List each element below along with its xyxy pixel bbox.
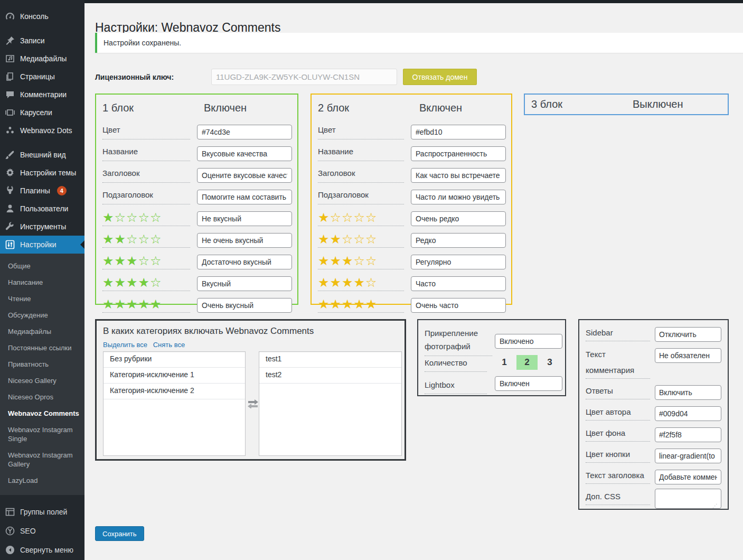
header-text-input[interactable] [655,470,721,484]
submenu-item-webnavoz-comments[interactable]: Webnavoz Comments [0,405,84,422]
custom-css-label: Доп. CSS [586,489,650,505]
rating-label-input[interactable] [411,233,506,248]
block-status-toggle[interactable]: Включен [204,102,247,114]
field-label: Цвет [318,126,404,139]
title-input[interactable] [411,168,506,183]
selected-categories-list: test1 test2 [259,351,402,456]
photo-count-option-2[interactable]: 2 [516,355,538,370]
sidebar-item-field-groups[interactable]: Группы полей [0,502,84,521]
sidebar-item-tools[interactable]: Инструменты [0,218,84,236]
block-title: 2 блок [318,102,419,114]
rating-label-input[interactable] [197,298,292,313]
title-input[interactable] [197,168,292,183]
media-icon [5,53,15,64]
display-settings-panel: Sidebar Текст комментария Ответы Цвет ав… [578,319,729,510]
background-color-label: Цвет фона [586,425,650,442]
submenu-item-writing[interactable]: Написание [0,274,84,291]
submenu-item-general[interactable]: Общие [0,258,84,274]
submenu-item-reading[interactable]: Чтение [0,291,84,307]
sidebar-item-appearance[interactable]: Внешний вид [0,146,84,164]
license-key-label: Лицензионный ключ: [95,73,174,81]
rating-label-input[interactable] [197,276,292,291]
category-item[interactable]: Категория-исключение 1 [104,368,245,384]
photo-count-option-1[interactable]: 1 [497,355,511,370]
field-label: Заголовок [318,169,404,183]
submenu-item-niceseo-gallery[interactable]: Niceseo Gallery [0,372,84,389]
sidebar-setting-select[interactable] [655,327,721,342]
rating-label-input[interactable] [411,276,506,291]
submenu-item-discussion[interactable]: Обсуждение [0,307,84,323]
name-input[interactable] [197,146,292,161]
star-rating-4: ★★★★☆ [102,276,190,291]
notice-text: Настройки сохранены. [97,33,743,53]
submenu-item-webnavoz-instagram-gallery[interactable]: Webnavoz Instagram Gallery [0,447,84,472]
main-content: Настройки: Webnavoz Comments Настройки с… [84,0,743,560]
carousel-icon [5,107,15,118]
lightbox-select[interactable]: Включен [495,376,562,391]
submenu-item-webnavoz-instagram-single[interactable]: Webnavoz Instagram Single [0,422,84,447]
subtitle-input[interactable] [197,190,292,204]
rating-label-input[interactable] [197,255,292,269]
color-input[interactable] [411,125,506,139]
sidebar-setting-label: Sidebar [586,325,650,341]
photo-count-label: Количество [425,357,487,372]
star-rating-4: ★★★★☆ [318,276,404,291]
clear-all-link[interactable]: Снять все [153,341,185,349]
rating-label-input[interactable] [411,211,506,226]
sidebar-item-seo[interactable]: SEO [0,521,84,540]
block-status-toggle[interactable]: Включен [419,102,462,114]
block-title: 1 блок [102,102,204,114]
subtitle-input[interactable] [411,190,506,204]
field-label: Название [102,147,190,161]
sidebar-item-users[interactable]: Пользователи [0,200,84,218]
photo-attach-select[interactable]: Включено [495,334,562,349]
photo-count-option-3[interactable]: 3 [543,355,557,370]
sidebar-item-pages[interactable]: Страницы [0,68,84,86]
category-item[interactable]: Без рубрики [104,352,245,368]
save-button[interactable]: Сохранить [95,526,144,541]
block-title: 3 блок [531,98,633,110]
sidebar-item-dashboard[interactable]: Консоль [0,7,84,25]
rating-block-3: 3 блок Выключен [524,94,729,115]
comment-text-select[interactable] [655,348,721,363]
replies-select[interactable] [655,385,721,400]
star-rating-5: ★★★★★ [102,297,190,313]
star-rating-3: ★★★☆☆ [102,254,190,269]
sidebar-item-plugins[interactable]: Плагины 4 [0,182,84,200]
color-input[interactable] [197,125,292,139]
star-rating-1: ★☆☆☆☆ [318,211,404,226]
license-key-input[interactable] [211,69,397,85]
sidebar-item-theme-settings[interactable]: Настройки темы [0,164,84,182]
category-item[interactable]: test1 [259,352,401,368]
sidebar-item-settings[interactable]: Настройки [0,236,84,254]
sidebar-footer-menu: Группы полей SEO Свернуть меню [0,502,84,559]
rating-label-input[interactable] [411,298,506,313]
sidebar-item-comments[interactable]: Комментарии [0,86,84,104]
block-status-toggle[interactable]: Выключен [633,98,683,110]
author-color-input[interactable] [655,406,721,421]
category-item[interactable]: Категория-исключение 2 [104,384,245,399]
submenu-item-permalinks[interactable]: Постоянные ссылки [0,340,84,356]
rating-label-input[interactable] [197,211,292,226]
sidebar-item-posts[interactable]: Записи [0,32,84,50]
submenu-item-media[interactable]: Медиафайлы [0,323,84,340]
select-all-link[interactable]: Выделить все [103,341,147,349]
category-item[interactable]: test2 [259,368,401,384]
submenu-item-niceseo-opros[interactable]: Niceseo Opros [0,389,84,405]
sidebar-item-carousels[interactable]: Карусели [0,104,84,122]
submenu-item-lazyload[interactable]: LazyLoad [0,472,84,489]
rating-label-input[interactable] [197,233,292,248]
button-color-input[interactable] [655,449,721,463]
sidebar-item-media[interactable]: Медиафайлы [0,50,84,68]
categories-title: В каких категориях включать Webnavoz Com… [103,326,314,337]
custom-css-textarea[interactable] [655,489,721,509]
submenu-item-privacy[interactable]: Приватность [0,356,84,372]
background-color-input[interactable] [655,427,721,442]
sidebar-item-label: Настройки темы [20,167,76,178]
rating-label-input[interactable] [411,255,506,269]
sidebar-item-label: Внешний вид [20,150,66,160]
name-input[interactable] [411,146,506,161]
sidebar-item-collapse-menu[interactable]: Свернуть меню [0,540,84,559]
sidebar-item-webnavoz-dots[interactable]: Webnavoz Dots [0,122,84,139]
unbind-domain-button[interactable]: Отвязать домен [403,69,477,85]
